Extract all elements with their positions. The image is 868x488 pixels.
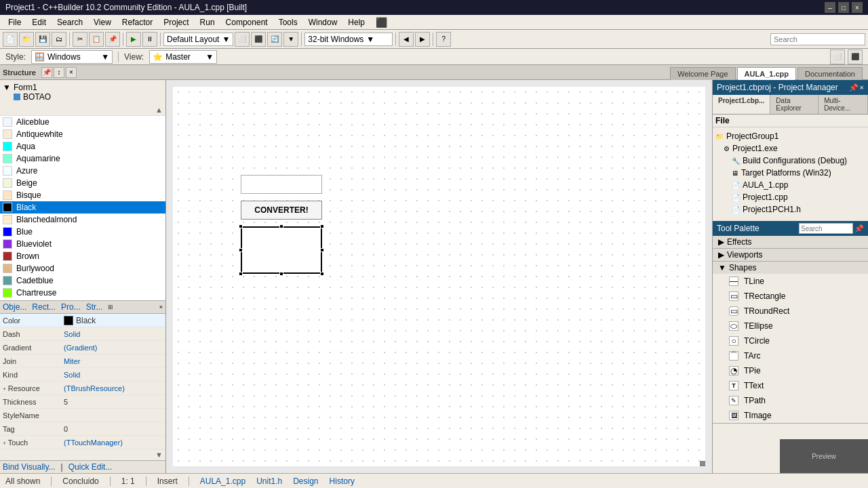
view-dropdown[interactable]: ⭐ Master ▼ [149, 50, 217, 64]
canvas-resize-handle[interactable] [700, 461, 705, 466]
file-buildconfig[interactable]: 🔧 Build Configurations (Debug) [715, 155, 865, 167]
color-azure[interactable]: Azure [0, 165, 165, 177]
color-aquamarine[interactable]: Aquamarine [0, 152, 165, 165]
tab-documentation[interactable]: Documentation [797, 67, 863, 80]
toolbar-btn-b[interactable]: ⬛ [251, 32, 266, 47]
status-history[interactable]: History [330, 476, 355, 486]
form-memo[interactable] [241, 226, 322, 274]
props-dash-value[interactable]: Solid [64, 330, 163, 338]
save-button[interactable]: 💾 [35, 32, 50, 47]
toolbar-btn-a[interactable]: ⬜ [235, 32, 250, 47]
tool-timage[interactable]: 🖼 TImage [713, 408, 868, 423]
struct-pin-btn[interactable]: 📌 [41, 67, 52, 78]
props-gradient-value[interactable]: (Gradient) [64, 344, 163, 352]
tool-tpath[interactable]: ✎ TPath [713, 393, 868, 408]
bitness-dropdown[interactable]: 32-bit Windows ▼ [304, 33, 393, 46]
copy-button[interactable]: 📋 [89, 32, 104, 47]
menu-tools[interactable]: Tools [273, 16, 303, 28]
pause-button[interactable]: ⏸ [142, 32, 157, 47]
save-all-button[interactable]: 🗂 [52, 32, 66, 47]
handle-top[interactable] [279, 224, 283, 228]
file-projectgroup1[interactable]: 📁 ProjectGroup1 [715, 130, 865, 142]
cut-button[interactable]: ✂ [73, 32, 87, 47]
props-tab-pro[interactable]: Pro... [61, 302, 81, 312]
menu-edit[interactable]: Edit [26, 16, 52, 28]
handle-tl[interactable] [239, 224, 243, 228]
file-project1cpp[interactable]: 📄 Project1.cpp [715, 191, 865, 203]
menu-view[interactable]: View [88, 16, 117, 28]
tool-tpie[interactable]: ◔ TPie [713, 363, 868, 378]
tool-tarc[interactable]: ⌒ TArc [713, 348, 868, 363]
color-cadetblue[interactable]: Cadetblue [0, 274, 165, 287]
help-button[interactable]: ? [436, 32, 451, 47]
color-blanchedalmond[interactable]: Blanchedalmond [0, 214, 165, 226]
minimize-button[interactable]: – [825, 2, 835, 13]
tab-data-explorer[interactable]: Data Explorer [770, 95, 818, 114]
tool-tellipse[interactable]: ⬭ TEllipse [713, 319, 868, 333]
layout-dropdown[interactable]: Default Layout ▼ [163, 33, 233, 46]
bind-visually-link[interactable]: Bind Visually... [3, 462, 56, 472]
effects-header[interactable]: ▶ Effects [713, 236, 868, 248]
fwd-button[interactable]: ▶ [415, 32, 430, 47]
tool-troundrect[interactable]: ▭ TRoundRect [713, 304, 868, 319]
tool-search[interactable] [799, 223, 853, 234]
tool-trectangle[interactable]: ▭ TRectangle [713, 289, 868, 304]
color-beige[interactable]: Beige [0, 177, 165, 189]
color-list-scroll-up[interactable]: ▲ [155, 106, 163, 114]
color-aliceblue[interactable]: Aliceblue [0, 116, 165, 128]
tab-multi-device[interactable]: Multi-Device... [818, 95, 868, 114]
menu-file[interactable]: File [3, 16, 26, 28]
toolbar-btn-d[interactable]: ▼ [283, 32, 298, 47]
tree-item-botao[interactable]: BOTAO [3, 92, 163, 102]
color-aqua[interactable]: Aqua [0, 140, 165, 152]
file-targetplatforms[interactable]: 🖥 Target Platforms (Win32) [715, 167, 865, 179]
right-panel-pin[interactable]: 📌 [849, 83, 859, 92]
props-close-btn[interactable]: × [159, 304, 163, 310]
props-kind-value[interactable]: Solid [64, 371, 163, 379]
file-project1exe[interactable]: ⚙ Project1.exe [715, 142, 865, 155]
color-bisque[interactable]: Bisque [0, 189, 165, 201]
paste-button[interactable]: 📌 [105, 32, 120, 47]
props-tab-str[interactable]: Str... [86, 302, 103, 312]
color-brown[interactable]: Brown [0, 250, 165, 262]
status-design[interactable]: Design [293, 476, 318, 486]
right-panel-close[interactable]: × [860, 83, 864, 92]
menu-component[interactable]: Component [220, 16, 273, 28]
menu-help[interactable]: Help [342, 16, 370, 28]
open-button[interactable]: 📁 [19, 32, 34, 47]
struct-close-btn[interactable]: × [66, 67, 77, 78]
tool-tline[interactable]: — TLine [713, 274, 868, 289]
new-button[interactable]: 📄 [3, 32, 18, 47]
handle-br[interactable] [320, 272, 324, 276]
view-btn-1[interactable]: ⬜ [830, 49, 845, 64]
global-search[interactable] [770, 33, 865, 45]
color-blueviolet[interactable]: Blueviolet [0, 238, 165, 250]
tool-ttext[interactable]: T TText [713, 378, 868, 393]
quick-edit-link[interactable]: Quick Edit... [68, 462, 113, 472]
props-thickness-value[interactable]: 5 [64, 398, 163, 406]
close-button[interactable]: × [852, 2, 863, 13]
menu-refactor[interactable]: Refactor [117, 16, 158, 28]
menu-project[interactable]: Project [158, 16, 194, 28]
props-tab-expand[interactable]: ⊞ [108, 304, 113, 310]
style-dropdown[interactable]: 🪟 Windows ▼ [31, 50, 113, 64]
run-button[interactable]: ▶ [126, 32, 141, 47]
view-btn-2[interactable]: ⬛ [848, 49, 863, 64]
color-chartreuse[interactable]: Chartreuse [0, 287, 165, 299]
color-black[interactable]: Black [0, 201, 165, 214]
tool-tcircle[interactable]: ○ TCircle [713, 333, 868, 348]
tab-project-cbp[interactable]: Project1.cbp... [713, 95, 770, 114]
menu-window[interactable]: Window [303, 16, 343, 28]
tab-aula[interactable]: AULA_1.cpp [737, 67, 796, 80]
converter-button[interactable]: CONVERTER! [241, 201, 322, 220]
props-tab-obj[interactable]: Obje... [3, 302, 26, 312]
window-controls[interactable]: – □ × [825, 2, 863, 13]
form-input[interactable] [241, 175, 322, 194]
maximize-button[interactable]: □ [838, 2, 849, 13]
props-tag-value[interactable]: 0 [64, 425, 163, 433]
tool-palette-pin[interactable]: 📌 [854, 224, 864, 233]
shapes-header[interactable]: ▼ Shapes [713, 262, 868, 274]
menu-run[interactable]: Run [195, 16, 220, 28]
back-button[interactable]: ◀ [399, 32, 414, 47]
status-aula-cpp[interactable]: AULA_1.cpp [200, 476, 245, 486]
